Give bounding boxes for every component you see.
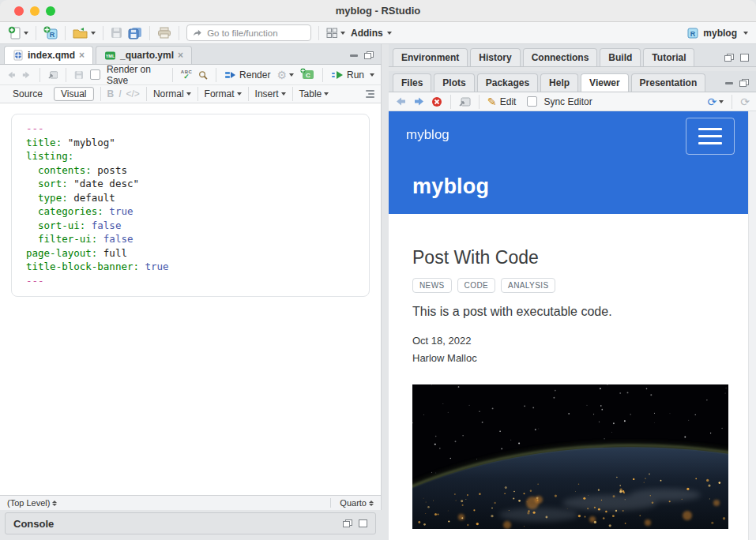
- tab-build[interactable]: Build: [600, 48, 641, 66]
- project-icon: R: [686, 27, 699, 39]
- minimize-pane-icon[interactable]: [725, 82, 733, 84]
- close-tab-icon[interactable]: ×: [79, 51, 85, 60]
- save-icon[interactable]: [74, 69, 84, 81]
- tab-presentation[interactable]: Presentation: [631, 73, 706, 92]
- panes-grid-icon: [326, 28, 338, 39]
- back-icon[interactable]: [6, 70, 16, 80]
- tab-files[interactable]: Files: [393, 73, 431, 92]
- maximize-pane-icon[interactable]: [359, 519, 367, 527]
- source-pane: index.qmd × YML _quarto.yml ×: [0, 44, 382, 540]
- paragraph-style-label: Normal: [153, 88, 184, 99]
- tab-tutorial[interactable]: Tutorial: [643, 48, 694, 66]
- sync-editor-checkbox[interactable]: [527, 96, 537, 107]
- minimize-window-button[interactable]: [30, 6, 39, 16]
- tab-viewer[interactable]: Viewer: [581, 73, 628, 92]
- render-on-save-checkbox[interactable]: [90, 69, 100, 80]
- post-thumbnail-image[interactable]: [412, 384, 728, 529]
- tab-label: Connections: [532, 52, 589, 63]
- tab-quarto-yml[interactable]: YML _quarto.yml ×: [96, 46, 192, 64]
- viewer-toolbar: ✎ Edit Sync Editor ⟳ ⟳: [389, 92, 756, 111]
- new-project-button[interactable]: R: [43, 26, 58, 39]
- category-badge[interactable]: NEWS: [412, 278, 452, 293]
- tab-label: Files: [401, 77, 423, 88]
- bold-button[interactable]: B: [107, 88, 115, 99]
- category-badge[interactable]: ANALYSIS: [501, 278, 555, 293]
- popout-icon[interactable]: [459, 96, 471, 107]
- minimize-pane-icon[interactable]: [350, 54, 358, 57]
- restore-pane-icon[interactable]: [364, 51, 374, 59]
- print-button[interactable]: [157, 27, 171, 39]
- main-toolbar: R: [0, 22, 756, 44]
- refresh-icon[interactable]: ⟳: [740, 96, 750, 107]
- category-badge[interactable]: CODE: [457, 278, 496, 293]
- viewer-forward-icon[interactable]: [413, 96, 425, 107]
- tab-packages[interactable]: Packages: [477, 73, 538, 92]
- table-menu[interactable]: Table: [299, 88, 329, 99]
- run-icon: [331, 70, 344, 80]
- new-file-button[interactable]: [8, 26, 28, 39]
- stop-icon[interactable]: [431, 96, 442, 107]
- quarto-file-icon: [13, 50, 24, 61]
- sync-pulse-icon: ⟳: [708, 96, 717, 107]
- tab-history[interactable]: History: [470, 48, 520, 66]
- filetype-selector[interactable]: Quarto: [340, 498, 374, 508]
- restore-pane-icon[interactable]: [724, 54, 734, 62]
- scope-selector[interactable]: (Top Level): [7, 498, 57, 508]
- forward-icon[interactable]: [22, 70, 32, 80]
- code-button[interactable]: </>: [126, 88, 140, 99]
- sync-editor-label: Sync Editor: [543, 96, 592, 107]
- goto-arrow-icon: [193, 28, 201, 37]
- yaml-block[interactable]: ---title: "myblog"listing: contents: pos…: [11, 114, 370, 297]
- viewer-back-icon[interactable]: [395, 96, 407, 107]
- render-settings-button[interactable]: ⚙: [276, 69, 294, 81]
- editor-content[interactable]: ---title: "myblog"listing: contents: pos…: [0, 103, 382, 495]
- tab-connections[interactable]: Connections: [523, 48, 598, 66]
- console-pane-header[interactable]: Console: [5, 512, 376, 534]
- insert-chunk-button[interactable]: C: [300, 68, 314, 82]
- close-window-button[interactable]: [14, 6, 24, 16]
- goto-file-search[interactable]: [186, 24, 311, 41]
- run-button[interactable]: Run: [331, 69, 374, 81]
- project-menu-button[interactable]: R myblog: [686, 27, 748, 39]
- spellcheck-icon[interactable]: ABC✓: [181, 69, 193, 81]
- tab-environment[interactable]: Environment: [393, 48, 468, 66]
- format-label: Format: [205, 88, 235, 99]
- source-mode-button[interactable]: Source: [6, 88, 49, 100]
- edit-button[interactable]: ✎ Edit: [487, 96, 516, 107]
- zoom-window-button[interactable]: [46, 6, 55, 16]
- italic-button[interactable]: I: [118, 88, 121, 99]
- restore-pane-icon[interactable]: [343, 519, 352, 527]
- post-title-link[interactable]: Post With Code: [412, 247, 724, 268]
- close-tab-icon[interactable]: ×: [178, 51, 183, 60]
- outline-toggle-icon[interactable]: [366, 90, 374, 98]
- publish-button[interactable]: ⟳: [708, 96, 724, 107]
- tab-plots[interactable]: Plots: [434, 73, 474, 92]
- goto-file-input[interactable]: [205, 28, 305, 39]
- restore-pane-icon[interactable]: [739, 79, 749, 87]
- blog-brand-link[interactable]: myblog: [406, 127, 449, 143]
- viewer-scrollbar[interactable]: [748, 111, 756, 540]
- save-all-button[interactable]: [128, 27, 142, 39]
- insert-menu[interactable]: Insert: [255, 88, 286, 99]
- visual-mode-button[interactable]: Visual: [54, 87, 93, 101]
- save-button[interactable]: [111, 27, 122, 39]
- tab-help[interactable]: Help: [540, 73, 578, 92]
- insert-chunk-icon: C: [300, 68, 314, 80]
- render-button[interactable]: Render: [224, 69, 270, 81]
- visual-editor-toolbar: Source Visual B I </> Normal Format Inse…: [0, 85, 382, 103]
- tab-label: index.qmd: [28, 50, 75, 61]
- format-menu[interactable]: Format: [205, 88, 242, 99]
- maximize-pane-icon[interactable]: [740, 54, 749, 62]
- find-icon[interactable]: [198, 69, 208, 81]
- scope-label: (Top Level): [7, 498, 50, 508]
- addins-button[interactable]: Addins: [351, 28, 392, 39]
- panes-layout-button[interactable]: [326, 28, 345, 39]
- hamburger-menu-button[interactable]: [686, 118, 735, 155]
- tab-index-qmd[interactable]: index.qmd ×: [4, 46, 93, 64]
- svg-text:R: R: [690, 30, 696, 38]
- svg-text:YML: YML: [106, 54, 115, 58]
- popout-icon[interactable]: [48, 69, 58, 80]
- open-file-button[interactable]: [73, 27, 96, 39]
- paragraph-style-dropdown[interactable]: Normal: [153, 88, 191, 99]
- new-file-icon: [8, 26, 21, 39]
